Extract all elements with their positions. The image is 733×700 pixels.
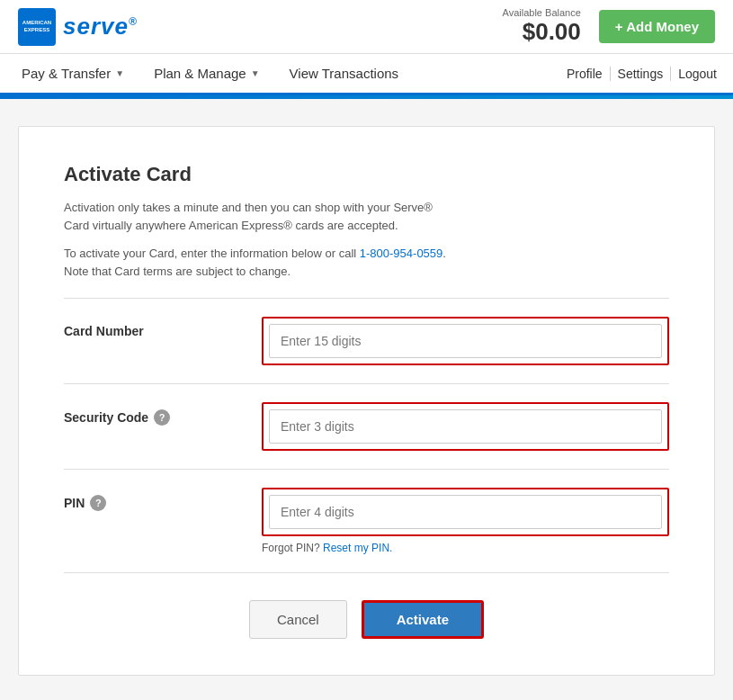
security-code-red-box <box>262 402 669 451</box>
serve-logo: serve® <box>63 13 138 40</box>
main-nav: Pay & Transfer ▼ Plan & Manage ▼ View Tr… <box>0 54 733 95</box>
amex-text-line2: EXPRESS <box>24 27 49 34</box>
form-actions: Cancel Activate <box>64 600 669 639</box>
pin-group: PIN ? Forgot PIN? Reset my PIN. <box>64 470 669 573</box>
chevron-down-icon: ▼ <box>115 68 124 78</box>
nav-profile-link[interactable]: Profile <box>559 67 611 81</box>
balance-amount: $0.00 <box>503 18 581 46</box>
pin-input-wrapper: Forgot PIN? Reset my PIN. <box>262 488 669 554</box>
nav-logout-link[interactable]: Logout <box>671 67 724 81</box>
nav-item-view-transactions[interactable]: View Transactions <box>277 55 411 92</box>
security-code-input[interactable] <box>269 409 662 444</box>
pin-red-box <box>262 488 669 536</box>
card-description-1: Activation only takes a minute and then … <box>64 199 669 234</box>
chevron-down-icon: ▼ <box>251 68 260 78</box>
add-money-button[interactable]: + Add Money <box>599 10 715 43</box>
pin-help-icon[interactable]: ? <box>90 495 106 511</box>
nav-item-plan-manage[interactable]: Plan & Manage ▼ <box>141 55 272 92</box>
activate-card-box: Activate Card Activation only takes a mi… <box>18 126 715 676</box>
card-number-label: Card Number <box>64 317 262 338</box>
card-number-input[interactable] <box>269 324 662 358</box>
security-code-help-icon[interactable]: ? <box>154 409 170 426</box>
page-title: Activate Card <box>64 163 669 186</box>
header-right: Available Balance $0.00 + Add Money <box>503 7 715 46</box>
pin-input[interactable] <box>269 495 662 529</box>
security-code-group: Security Code ? <box>64 384 669 470</box>
nav-left: Pay & Transfer ▼ Plan & Manage ▼ View Tr… <box>9 55 411 92</box>
reset-pin-link[interactable]: Reset my PIN. <box>323 542 392 554</box>
balance-label: Available Balance <box>503 7 581 18</box>
card-number-input-wrapper <box>262 317 669 365</box>
nav-item-pay-transfer[interactable]: Pay & Transfer ▼ <box>9 55 137 92</box>
balance-area: Available Balance $0.00 <box>503 7 581 46</box>
main-content: Activate Card Activation only takes a mi… <box>0 99 733 694</box>
header: AMERICAN EXPRESS serve® Available Balanc… <box>0 0 733 54</box>
card-number-group: Card Number <box>64 298 669 384</box>
forgot-pin-text: Forgot PIN? Reset my PIN. <box>262 542 669 554</box>
pin-label: PIN ? <box>64 488 262 511</box>
amex-text-line1: AMERICAN <box>22 20 51 27</box>
card-description-2: To activate your Card, enter the informa… <box>64 245 669 280</box>
nav-settings-link[interactable]: Settings <box>611 67 672 81</box>
logo-area: AMERICAN EXPRESS serve® <box>18 8 138 46</box>
activate-button[interactable]: Activate <box>362 600 484 639</box>
phone-link[interactable]: 1-800-954-0559 <box>360 247 443 260</box>
card-number-red-box <box>262 317 669 365</box>
security-code-input-wrapper <box>262 402 669 451</box>
cancel-button[interactable]: Cancel <box>249 600 347 639</box>
amex-logo: AMERICAN EXPRESS <box>18 8 56 46</box>
nav-right: Profile Settings Logout <box>559 67 724 81</box>
security-code-label: Security Code ? <box>64 402 262 426</box>
